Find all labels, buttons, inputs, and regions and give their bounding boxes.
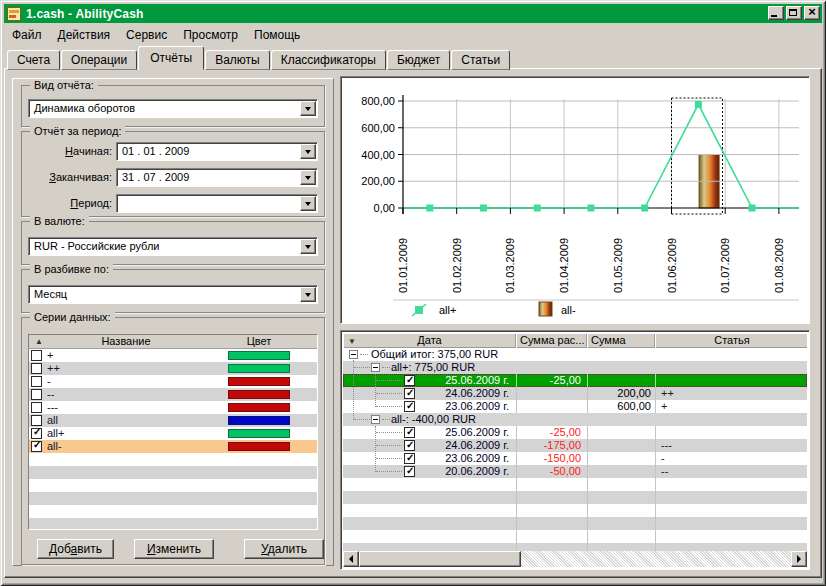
x-axis-label: 01.06.2009 xyxy=(666,238,678,293)
column-header-income[interactable]: Сумма при... xyxy=(587,333,655,348)
series-row[interactable]: + xyxy=(29,349,317,362)
expense-cell: -150,00 xyxy=(519,452,581,465)
series-row[interactable]: ✓all+ xyxy=(29,427,317,440)
report-type-combobox[interactable]: Динамика оборотов xyxy=(28,99,318,118)
tree-line xyxy=(376,471,402,473)
expander-icon[interactable] xyxy=(349,350,358,359)
row-checkbox[interactable]: ✓ xyxy=(404,427,415,438)
maximize-button[interactable] xyxy=(786,6,802,20)
row-checkbox[interactable]: ✓ xyxy=(404,401,415,412)
expander-icon[interactable] xyxy=(371,415,380,424)
column-header-name[interactable]: Название xyxy=(29,335,223,348)
menu-help[interactable]: Помощь xyxy=(246,26,308,44)
close-button[interactable] xyxy=(804,6,820,20)
dropdown-arrow-icon[interactable] xyxy=(300,101,316,116)
menu-view[interactable]: Просмотр xyxy=(175,26,246,44)
series-checkbox[interactable] xyxy=(31,415,42,426)
column-header-date[interactable]: ▼Дата xyxy=(343,333,516,348)
tab-budget[interactable]: Бюджет xyxy=(387,50,450,70)
transaction-row[interactable]: ✓20.06.2009 г.-50,00-- xyxy=(343,465,807,478)
tab-operations[interactable]: Операции xyxy=(61,50,137,70)
row-checkbox[interactable]: ✓ xyxy=(404,440,415,451)
series-empty-row xyxy=(29,466,317,479)
series-row[interactable]: ✓all- xyxy=(29,440,317,453)
series-row[interactable]: --- xyxy=(29,401,317,414)
dropdown-arrow-icon[interactable] xyxy=(300,239,316,254)
dropdown-arrow-icon[interactable] xyxy=(300,196,316,211)
series-row[interactable]: all xyxy=(29,414,317,427)
expander-icon[interactable] xyxy=(371,363,380,372)
transaction-row[interactable]: ✓23.06.2009 г.600,00+ xyxy=(343,400,807,413)
add-series-button[interactable]: Добавить xyxy=(37,539,114,559)
column-separator xyxy=(516,543,517,551)
column-header-expense[interactable]: Сумма рас... xyxy=(516,333,587,348)
series-checkbox[interactable] xyxy=(31,402,42,413)
column-header-article[interactable]: Статья xyxy=(655,333,807,348)
column-separator xyxy=(516,452,517,465)
row-checkbox[interactable]: ✓ xyxy=(404,453,415,464)
horizontal-scrollbar[interactable] xyxy=(343,551,807,567)
series-checkbox[interactable] xyxy=(31,389,42,400)
column-separator xyxy=(516,530,517,543)
period-step-combobox[interactable] xyxy=(116,194,318,213)
dropdown-arrow-icon[interactable] xyxy=(300,144,316,159)
series-name: - xyxy=(47,375,51,388)
x-axis-label: 01.08.2009 xyxy=(773,238,785,293)
turnover-chart[interactable]: 0,00200,00400,00600,00800,0001.01.200901… xyxy=(343,79,809,323)
column-separator xyxy=(587,374,588,387)
column-separator xyxy=(587,504,588,517)
tab-currencies[interactable]: Валюты xyxy=(205,50,270,70)
breakdown-combobox[interactable]: Месяц xyxy=(28,285,318,304)
line-all-plus[interactable] xyxy=(403,104,799,208)
scrollbar-thumb[interactable] xyxy=(359,551,521,567)
series-checkbox[interactable]: ✓ xyxy=(31,441,42,452)
details-table-header[interactable]: ▼Дата Сумма рас... Сумма при... Статья xyxy=(343,333,807,348)
edit-series-button[interactable]: Изменить xyxy=(134,539,214,559)
menu-file[interactable]: Файл xyxy=(4,26,50,44)
tab-accounts[interactable]: Счета xyxy=(7,50,60,70)
tree-group-row[interactable]: Общий итог: 375,00 RUR xyxy=(343,348,807,361)
row-checkbox[interactable]: ✓ xyxy=(404,466,415,477)
series-checkbox[interactable]: ✓ xyxy=(31,428,42,439)
series-table[interactable]: ▲ Название Цвет +++------all✓all+✓all- xyxy=(28,334,318,530)
menu-service[interactable]: Сервис xyxy=(118,26,175,44)
column-separator xyxy=(655,504,656,517)
column-separator xyxy=(516,374,517,387)
tab-reports[interactable]: Отчёты xyxy=(138,46,204,70)
column-separator xyxy=(516,517,517,530)
end-date-combobox[interactable]: 31 . 07 . 2009 xyxy=(116,168,318,187)
series-table-header[interactable]: ▲ Название Цвет xyxy=(29,335,317,349)
menu-bar: Файл Действия Сервис Просмотр Помощь xyxy=(4,24,822,45)
delete-series-button[interactable]: Удалить xyxy=(244,539,324,559)
tab-classifiers[interactable]: Классификаторы xyxy=(271,50,386,70)
checkmark-icon: ✓ xyxy=(33,439,41,450)
series-row[interactable]: - xyxy=(29,375,317,388)
article-cell: - xyxy=(661,452,665,465)
minimize-button[interactable] xyxy=(768,6,784,20)
dropdown-arrow-icon[interactable] xyxy=(300,170,316,185)
series-checkbox[interactable] xyxy=(31,363,42,374)
empty-row xyxy=(343,530,807,543)
row-checkbox[interactable]: ✓ xyxy=(404,388,415,399)
tree-line xyxy=(376,380,402,382)
column-separator xyxy=(516,400,517,413)
expense-cell: -25,00 xyxy=(519,374,581,387)
series-checkbox[interactable] xyxy=(31,350,42,361)
scroll-left-button[interactable] xyxy=(343,551,359,567)
row-checkbox[interactable]: ✓ xyxy=(404,375,415,386)
turnover-chart-panel[interactable]: 0,00200,00400,00600,00800,0001.01.200901… xyxy=(340,76,810,324)
currency-combobox[interactable]: RUR - Российские рубли xyxy=(28,237,318,256)
series-row[interactable]: ++ xyxy=(29,362,317,375)
date-cell: 24.06.2009 г. xyxy=(423,387,509,400)
start-date-combobox[interactable]: 01 . 01 . 2009 xyxy=(116,142,318,161)
scroll-right-button[interactable] xyxy=(791,551,807,567)
details-rows[interactable]: Общий итог: 375,00 RURall+: 775,00 RUR✓2… xyxy=(343,348,807,551)
dropdown-arrow-icon[interactable] xyxy=(300,287,316,302)
series-checkbox[interactable] xyxy=(31,376,42,387)
report-settings-panel: Вид отчёта: Динамика оборотов Отчёт за п… xyxy=(12,78,334,566)
menu-actions[interactable]: Действия xyxy=(50,26,119,44)
column-separator xyxy=(587,439,588,452)
column-header-color[interactable]: Цвет xyxy=(223,335,295,348)
tab-articles[interactable]: Статьи xyxy=(451,50,510,70)
series-row[interactable]: -- xyxy=(29,388,317,401)
